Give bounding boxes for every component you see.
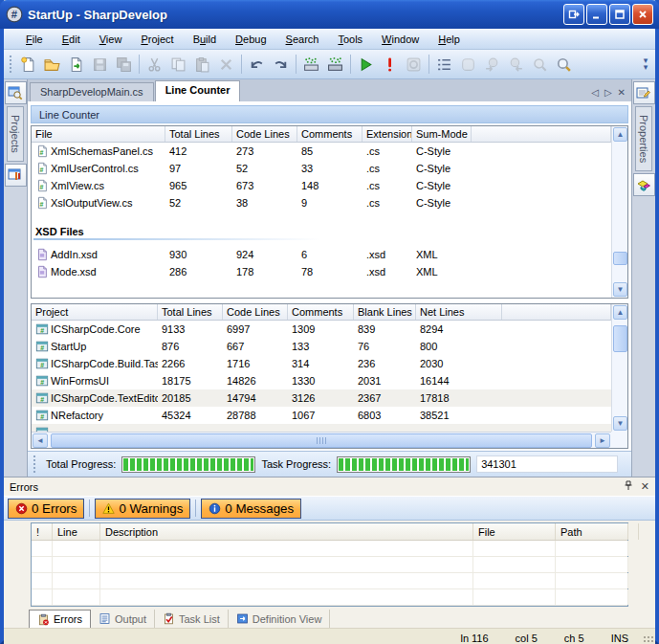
- delete-icon[interactable]: [214, 53, 238, 76]
- table-row[interactable]: #XmlSchemasPanel.cs41227385.csC-Style: [32, 143, 611, 160]
- table-row[interactable]: #StartUp87666713376800: [32, 338, 611, 355]
- column-header[interactable]: Line: [53, 523, 100, 540]
- build-all-icon[interactable]: [323, 53, 347, 76]
- scroll-right-icon[interactable]: ►: [595, 433, 610, 448]
- menu-item-build[interactable]: Build: [185, 31, 225, 48]
- table-row[interactable]: #ICSharpCode.Build.Tasks2266171631423620…: [32, 355, 611, 372]
- scroll-left-icon[interactable]: ◄: [33, 433, 48, 448]
- column-header[interactable]: Project: [32, 304, 158, 320]
- menu-item-debug[interactable]: Debug: [227, 31, 275, 48]
- table-row[interactable]: #ICSharpCode.Core9133699713098398294: [32, 321, 611, 338]
- file-table-scrollbar[interactable]: ▲ ▼: [611, 126, 627, 298]
- projects-pad-icon[interactable]: [5, 81, 27, 104]
- column-header[interactable]: Blank Lines: [354, 304, 416, 320]
- properties-pad-icon[interactable]: [633, 81, 655, 104]
- step-forward-icon[interactable]: [504, 53, 528, 76]
- column-header[interactable]: File: [32, 126, 165, 142]
- paste-icon[interactable]: [190, 53, 214, 76]
- scroll-thumb[interactable]: [613, 325, 627, 352]
- toolbox-pad-icon[interactable]: [633, 173, 655, 196]
- pin-icon[interactable]: [624, 480, 633, 493]
- column-header[interactable]: File: [473, 523, 556, 540]
- column-header[interactable]: Code Lines: [223, 304, 288, 320]
- redo-icon[interactable]: [269, 53, 293, 76]
- open-folder-icon[interactable]: [40, 53, 64, 76]
- bottom-tab-task-list[interactable]: Task List: [155, 610, 229, 628]
- sidebar-tab-projects[interactable]: Projects: [7, 106, 24, 162]
- table-row[interactable]: #XmlView.cs965673148.csC-Style: [32, 177, 611, 194]
- table-row[interactable]: #WinFormsUI18175148261330203116144: [32, 372, 611, 389]
- column-header[interactable]: Net Lines: [416, 304, 502, 320]
- tab-sharpdevelopmain-cs[interactable]: SharpDevelopMain.cs: [30, 82, 154, 101]
- scroll-thumb[interactable]: [613, 252, 627, 265]
- column-header[interactable]: Total Lines: [165, 126, 232, 142]
- tab-scroll-right-icon[interactable]: ▷: [604, 87, 612, 98]
- toolbar-overflow-button[interactable]: ▾▾: [640, 57, 651, 71]
- minimize-button[interactable]: [586, 4, 607, 25]
- project-table-scrollbar[interactable]: ▲ ▼: [611, 304, 627, 432]
- menu-item-window[interactable]: Window: [373, 31, 428, 48]
- new-file-icon[interactable]: [16, 53, 40, 76]
- bottom-tab-output[interactable]: Output: [91, 610, 155, 628]
- close-button[interactable]: [632, 4, 653, 25]
- resize-grip[interactable]: [643, 635, 654, 644]
- abort-icon[interactable]: [378, 53, 402, 76]
- bottom-tab-errors[interactable]: Errors: [29, 610, 91, 628]
- column-header[interactable]: Comments: [297, 126, 362, 142]
- run-icon[interactable]: [354, 53, 378, 76]
- menu-item-view[interactable]: View: [91, 31, 131, 48]
- table-row[interactable]: #ICSharpCode.TextEditor20185147943126236…: [32, 389, 611, 407]
- column-header[interactable]: Code Lines: [232, 126, 297, 142]
- table-row[interactable]: Mode.xsd28617878.xsdXML: [32, 263, 611, 280]
- scroll-up-icon[interactable]: ▲: [613, 127, 627, 142]
- filter-button-0-errors[interactable]: 0 Errors: [8, 499, 84, 519]
- scroll-down-icon[interactable]: ▼: [613, 282, 627, 297]
- maximize-button[interactable]: [609, 4, 630, 25]
- column-header[interactable]: Description: [100, 523, 473, 540]
- table-row[interactable]: #XslOutputView.cs52389.csC-Style: [32, 194, 611, 211]
- column-header[interactable]: !: [32, 523, 53, 540]
- table-row[interactable]: #NRefactory45324287881067680338521: [32, 407, 611, 424]
- detach-window-button[interactable]: [563, 4, 584, 25]
- menu-item-edit[interactable]: Edit: [54, 31, 89, 48]
- filter-button-0-messages[interactable]: 0 Messages: [201, 499, 301, 519]
- copy-icon[interactable]: [166, 53, 190, 76]
- table-row[interactable]: #XmlUserControl.cs975233.csC-Style: [32, 160, 611, 177]
- save-all-icon[interactable]: [112, 53, 136, 76]
- build-icon[interactable]: [299, 53, 323, 76]
- menu-item-project[interactable]: Project: [132, 31, 182, 48]
- column-header[interactable]: Comments: [288, 304, 354, 320]
- scroll-thumb[interactable]: [51, 433, 592, 448]
- menu-item-tools[interactable]: Tools: [329, 31, 371, 48]
- undo-icon[interactable]: [245, 53, 269, 76]
- bottom-tab-definition-view[interactable]: Definition View: [229, 610, 331, 628]
- menu-item-help[interactable]: Help: [429, 31, 469, 48]
- bookmarks-icon[interactable]: [432, 53, 456, 76]
- cut-icon[interactable]: [143, 53, 166, 76]
- column-header[interactable]: Total Lines: [158, 304, 223, 320]
- toolbar-grip[interactable]: [9, 55, 13, 74]
- zoom-icon[interactable]: [552, 53, 576, 76]
- tab-close-icon[interactable]: ✕: [618, 87, 626, 98]
- step-back-icon[interactable]: [480, 53, 504, 76]
- menu-item-file[interactable]: File: [17, 31, 52, 48]
- tab-scroll-left-icon[interactable]: ◁: [591, 87, 599, 98]
- horizontal-scrollbar[interactable]: ◄ ►: [32, 432, 611, 448]
- tools-pad-icon[interactable]: [5, 164, 27, 187]
- column-header[interactable]: Sum-Mode: [412, 126, 472, 142]
- breakpoint-icon[interactable]: [456, 53, 480, 76]
- save-as-icon[interactable]: [64, 53, 88, 76]
- save-icon[interactable]: [88, 53, 112, 76]
- profile-icon[interactable]: [402, 53, 426, 76]
- close-panel-icon[interactable]: ✕: [641, 480, 649, 493]
- column-header[interactable]: Extension: [362, 126, 412, 142]
- progress-row-grip[interactable]: [33, 455, 37, 474]
- menu-item-search[interactable]: Search: [277, 31, 328, 48]
- scroll-up-icon[interactable]: ▲: [613, 305, 627, 320]
- title-bar[interactable]: # StartUp - SharpDevelop: [0, 0, 659, 29]
- tab-line-counter[interactable]: Line Counter: [155, 80, 241, 101]
- column-header[interactable]: Path: [556, 523, 628, 540]
- scroll-down-icon[interactable]: ▼: [613, 416, 627, 431]
- table-row[interactable]: AddIn.xsd9309246.xsdXML: [32, 246, 611, 263]
- find-references-icon[interactable]: [528, 53, 552, 76]
